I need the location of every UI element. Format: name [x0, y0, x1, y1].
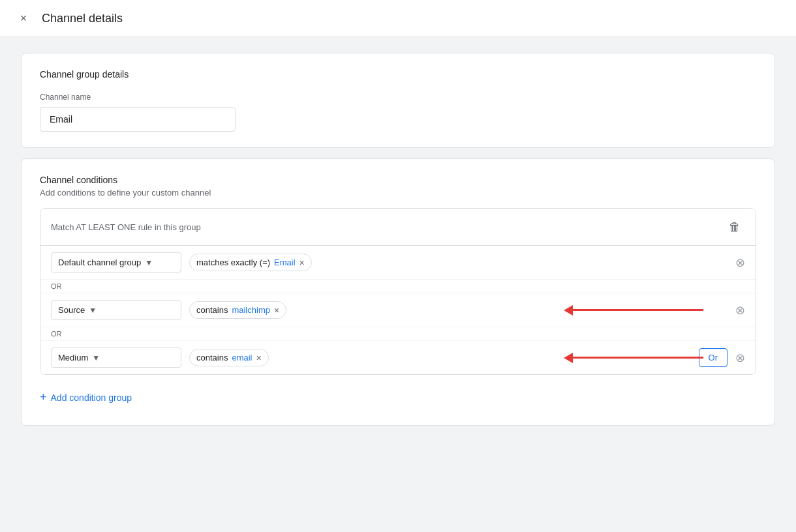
chevron-down-icon-2: ▼ [89, 306, 97, 315]
circle-x-icon-2: ⊗ [735, 303, 745, 318]
close-icon: × [20, 12, 27, 25]
arrow-annotation-3 [564, 353, 703, 363]
arrow-head-3 [564, 353, 573, 363]
or-separator-2: OR [40, 327, 756, 341]
chevron-down-icon-1: ▼ [145, 258, 153, 267]
arrow-head-2 [564, 305, 573, 316]
remove-row-2-button[interactable]: ⊗ [735, 303, 745, 318]
remove-value-3[interactable]: × [256, 353, 262, 362]
remove-value-1[interactable]: × [299, 258, 305, 267]
value-2: mailchimp [232, 305, 270, 315]
dimension-select-1[interactable]: Default channel group ▼ [51, 252, 181, 273]
conditions-subtitle: Add conditions to define your custom cha… [40, 188, 756, 198]
remove-row-1-button[interactable]: ⊗ [735, 256, 745, 270]
operator-1: matches exactly (=) [196, 258, 270, 267]
group-header: Match AT LEAST ONE rule in this group 🗑 [40, 209, 756, 246]
close-button[interactable]: × [16, 10, 31, 26]
channel-group-section: Channel group details Channel name [22, 53, 774, 147]
remove-row-3-button[interactable]: ⊗ [735, 351, 745, 365]
channel-name-input[interactable] [40, 107, 236, 132]
condition-row-1: Default channel group ▼ matches exactly … [40, 246, 756, 280]
top-bar: × Channel details [0, 0, 796, 37]
condition-row-2: Source ▼ contains mailchimp × [40, 293, 756, 327]
channel-conditions-card: Channel conditions Add conditions to def… [21, 158, 775, 426]
or-separator-1: OR [40, 280, 756, 293]
circle-x-icon-1: ⊗ [735, 256, 745, 270]
value-3: email [232, 353, 252, 362]
condition-pill-2: contains mailchimp × [189, 301, 286, 319]
trash-icon: 🗑 [729, 220, 741, 234]
operator-3: contains [196, 353, 228, 362]
channel-group-details-card: Channel group details Channel name [21, 53, 775, 148]
channel-conditions-section: Channel conditions Add conditions to def… [22, 159, 774, 425]
dimension-select-2[interactable]: Source ▼ [51, 300, 181, 320]
value-1: Email [274, 258, 296, 267]
arrow-annotation-2 [564, 305, 703, 316]
delete-group-button[interactable]: 🗑 [724, 216, 745, 237]
arrow-line-2 [573, 309, 703, 311]
dimension-select-3[interactable]: Medium ▼ [51, 347, 181, 368]
dimension-label-2: Source [58, 305, 85, 315]
condition-pill-1: matches exactly (=) Email × [189, 254, 312, 271]
chevron-down-icon-3: ▼ [92, 353, 100, 362]
main-content: Channel group details Channel name Chann… [0, 37, 796, 452]
operator-2: contains [196, 305, 228, 315]
dimension-label-1: Default channel group [58, 258, 141, 267]
add-group-label: Add condition group [51, 392, 132, 403]
card1-title: Channel group details [40, 69, 756, 80]
or-button-3[interactable]: Or [699, 348, 727, 367]
circle-x-icon-3: ⊗ [735, 351, 745, 365]
conditions-group-box: Match AT LEAST ONE rule in this group 🗑 … [40, 208, 756, 375]
channel-name-label: Channel name [40, 93, 756, 102]
conditions-title: Channel conditions [40, 175, 756, 185]
add-condition-group-button[interactable]: + Add condition group [40, 385, 132, 409]
condition-pill-3: contains email × [189, 349, 269, 366]
group-header-text: Match AT LEAST ONE rule in this group [51, 222, 201, 232]
plus-icon: + [40, 391, 47, 404]
remove-value-2[interactable]: × [274, 306, 279, 315]
arrow-line-3 [573, 357, 703, 359]
dimension-label-3: Medium [58, 353, 88, 362]
condition-row-3: Medium ▼ contains email × Or [40, 341, 756, 374]
page-title: Channel details [42, 12, 123, 25]
